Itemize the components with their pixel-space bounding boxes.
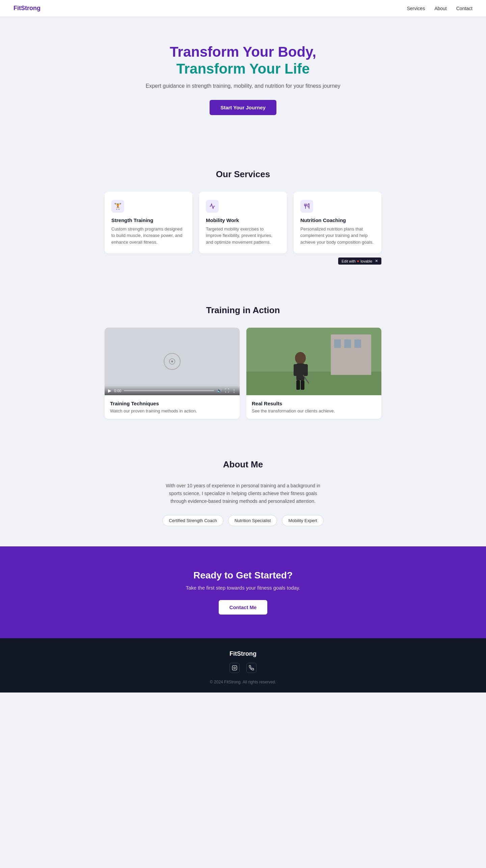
volume-icon[interactable]: 🔊 (217, 388, 222, 393)
more-icon[interactable]: ⋮ (232, 388, 236, 393)
training-results-title: Real Results (252, 401, 376, 406)
service-title-nutrition: Nutrition Coaching (300, 217, 375, 223)
service-desc-nutrition: Personalized nutrition plans that comple… (300, 226, 375, 246)
nav-links: Services About Contact (407, 6, 473, 11)
svg-rect-1 (171, 361, 173, 362)
svg-rect-6 (344, 340, 351, 348)
training-video-desc: Watch our proven training methods in act… (110, 408, 234, 413)
service-title-mobility: Mobility Work (206, 217, 280, 223)
edit-badge-brand: lovable (360, 259, 372, 263)
edit-badge-container: Edit with ♥ lovable ✕ (105, 257, 381, 265)
nav-link-services[interactable]: Services (407, 6, 425, 11)
training-results-desc: See the transformation our clients achie… (252, 408, 376, 413)
cta-title: Ready to Get Started? (14, 570, 473, 581)
edit-badge[interactable]: Edit with ♥ lovable ✕ (338, 257, 381, 265)
svg-rect-11 (303, 364, 308, 376)
svg-point-8 (295, 352, 306, 364)
service-title-strength: Strength Training (111, 217, 186, 223)
video-controls: ▶ 0:00 🔊 ⛶ ⋮ (105, 385, 240, 395)
svg-rect-13 (301, 380, 304, 390)
svg-rect-5 (334, 340, 341, 348)
training-video-title: Training Techniques (110, 401, 234, 406)
training-card-video: ▶ 0:00 🔊 ⛶ ⋮ Training Techniques Watch o… (105, 328, 240, 419)
svg-rect-12 (296, 380, 300, 390)
fullscreen-icon[interactable]: ⛶ (225, 388, 229, 393)
badge-nutrition: Nutrition Specialist (228, 515, 277, 526)
play-button-icon[interactable]: ▶ (108, 388, 111, 393)
footer-copyright: © 2024 FitStrong. All rights reserved. (14, 680, 473, 684)
phone-icon[interactable] (246, 663, 256, 673)
footer-icons (14, 663, 473, 673)
hero-subtext: Expert guidance in strength training, mo… (14, 83, 473, 89)
hero-headline-line2: Transform Your Life (176, 61, 309, 77)
training-grid: ▶ 0:00 🔊 ⛶ ⋮ Training Techniques Watch o… (105, 328, 381, 419)
navbar: FitStrong Services About Contact (0, 0, 486, 17)
strength-icon: 🏋 (111, 200, 124, 213)
about-title: About Me (14, 459, 473, 470)
timestamp: 0:00 (114, 389, 121, 393)
heart-icon: ♥ (357, 259, 359, 263)
hero-headline-line1: Transform Your Body, (170, 44, 316, 60)
training-card-results-body: Real Results See the transformation our … (246, 395, 381, 419)
nutrition-icon (300, 200, 313, 213)
badges-container: Certified Strength Coach Nutrition Speci… (14, 515, 473, 526)
training-card-video-body: Training Techniques Watch our proven tra… (105, 395, 240, 419)
about-bio: With over 10 years of experience in pers… (162, 482, 324, 505)
nav-logo[interactable]: FitStrong (14, 5, 40, 12)
badge-strength: Certified Strength Coach (162, 515, 223, 526)
close-icon[interactable]: ✕ (375, 259, 378, 263)
hero-cta-button[interactable]: Start Your Journey (210, 100, 276, 115)
footer-logo: FitStrong (14, 650, 473, 657)
video-placeholder[interactable]: ▶ 0:00 🔊 ⛶ ⋮ (105, 328, 240, 395)
services-section: Our Services 🏋 Strength Training Custom … (0, 149, 486, 285)
service-card-nutrition: Nutrition Coaching Personalized nutritio… (294, 192, 381, 254)
hero-section: Transform Your Body, Transform Your Life… (0, 17, 486, 149)
cta-button[interactable]: Contact Me (219, 600, 268, 615)
badge-mobility: Mobility Expert (282, 515, 323, 526)
service-desc-strength: Custom strength programs designed to bui… (111, 226, 186, 246)
cta-section: Ready to Get Started? Take the first ste… (0, 546, 486, 638)
services-grid: 🏋 Strength Training Custom strength prog… (105, 192, 381, 254)
progress-bar[interactable] (124, 390, 214, 391)
footer: FitStrong © 2024 FitStrong. All rights r… (0, 638, 486, 693)
training-card-results: Real Results See the transformation our … (246, 328, 381, 419)
nav-link-contact[interactable]: Contact (456, 6, 473, 11)
cta-subtitle: Take the first step towards your fitness… (14, 585, 473, 591)
hero-headline: Transform Your Body, Transform Your Life (14, 44, 473, 78)
service-card-strength: 🏋 Strength Training Custom strength prog… (105, 192, 192, 254)
svg-rect-7 (354, 340, 361, 348)
svg-rect-3 (246, 372, 381, 395)
services-title: Our Services (14, 169, 473, 180)
nav-link-about[interactable]: About (434, 6, 447, 11)
results-image (246, 328, 381, 395)
training-section: Training in Action ▶ 0:00 🔊 ⛶ ⋮ (0, 285, 486, 439)
edit-badge-text: Edit with (342, 259, 356, 263)
svg-rect-10 (294, 364, 298, 376)
service-desc-mobility: Targeted mobility exercises to improve f… (206, 226, 280, 246)
service-card-mobility: Mobility Work Targeted mobility exercise… (199, 192, 287, 254)
svg-rect-15 (232, 666, 237, 670)
instagram-icon[interactable] (230, 663, 240, 673)
about-section: About Me With over 10 years of experienc… (0, 439, 486, 546)
mobility-icon (206, 200, 219, 213)
play-icon[interactable] (164, 353, 181, 370)
training-title: Training in Action (14, 305, 473, 316)
